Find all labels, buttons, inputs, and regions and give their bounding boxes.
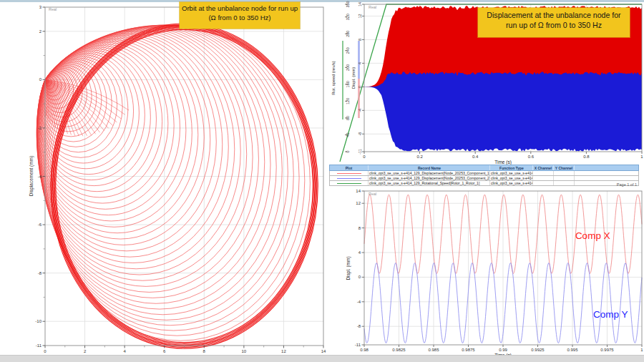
svg-text:Displ. (mm): Displ. (mm) (351, 67, 356, 89)
svg-text:120: 120 (346, 98, 350, 104)
svg-text:0: 0 (358, 86, 362, 88)
svg-text:8: 8 (358, 226, 361, 230)
orbit-annotation-line1: Orbit at the unbalance node for run up (180, 4, 300, 14)
steady-state-waveform-plot[interactable]: 1412840-4-8-110.980.98250.9850.98750.990… (329, 188, 644, 362)
svg-text:3: 3 (39, 5, 42, 9)
svg-text:0: 0 (39, 77, 42, 82)
svg-text:0.98: 0.98 (360, 348, 369, 352)
orbit-plot[interactable]: 02468101214320-2-4-6-8-10-11RealDisplace… (0, 0, 329, 358)
series-label-comp-y: Comp Y (593, 309, 628, 320)
svg-text:0.99: 0.99 (499, 348, 507, 352)
svg-text:320: 320 (346, 14, 350, 20)
orbit-curve (36, 24, 318, 348)
legend-header-record: Record Name (369, 165, 490, 170)
rotspeed-line-sample (337, 183, 361, 184)
legend-row-compy[interactable]: clink_opt3_se_use_s-e414_129_Displacemen… (329, 176, 639, 181)
svg-text:80: 80 (346, 116, 350, 120)
svg-text:0.6: 0.6 (528, 155, 535, 159)
svg-text:-8: -8 (357, 324, 361, 328)
svg-text:0.8: 0.8 (583, 155, 590, 159)
svg-text:12: 12 (358, 14, 362, 18)
svg-text:0: 0 (358, 275, 361, 279)
svg-text:2: 2 (84, 349, 87, 353)
legend-header-ychannel: Y Channel (554, 165, 575, 170)
svg-text:1: 1 (640, 348, 643, 352)
svg-text:-11: -11 (358, 149, 362, 155)
record-name: clink_opt3_se_use_s-e414_129_Displacemen… (369, 171, 490, 175)
svg-text:0.9825: 0.9825 (392, 348, 406, 352)
svg-text:14: 14 (356, 189, 361, 193)
svg-text:240: 240 (346, 47, 350, 54)
svg-text:0.9925: 0.9925 (531, 348, 545, 352)
comp-y-envelope (364, 72, 642, 151)
svg-text:4: 4 (358, 250, 361, 255)
svg-text:-6: -6 (38, 222, 42, 227)
orbit-annotation[interactable]: Orbit at the unbalance node for run up (… (180, 2, 300, 29)
svg-text:Rot. speed (rev/s): Rot. speed (rev/s) (331, 61, 336, 95)
function-type: clink_opt3_se_use_s-e414_129 (490, 176, 533, 180)
legend-header-row: Plot Record Name Function Type X Channel… (329, 165, 639, 171)
svg-text:2: 2 (39, 29, 42, 34)
svg-text:280: 280 (346, 31, 350, 37)
svg-text:Real: Real (49, 7, 57, 11)
legend-header-filler (575, 165, 638, 170)
compx-line-sample (337, 173, 361, 174)
svg-text:0: 0 (44, 349, 47, 353)
series-label-comp-x: Comp X (575, 230, 610, 241)
legend-row-compx[interactable]: clink_opt3_se_use_s-e414_129_Displacemen… (329, 171, 639, 176)
orbit-annotation-line2: (Ω from 0 to 350 Hz) (180, 14, 300, 23)
svg-text:-11: -11 (36, 343, 42, 348)
svg-text:0.9975: 0.9975 (600, 348, 614, 352)
svg-text:-8: -8 (358, 132, 362, 136)
svg-text:0.985: 0.985 (428, 348, 439, 352)
svg-text:0.995: 0.995 (567, 348, 578, 352)
compy-line-sample (337, 178, 361, 179)
svg-text:4: 4 (123, 349, 126, 353)
svg-text:8: 8 (203, 349, 206, 353)
svg-text:0.4: 0.4 (472, 155, 479, 159)
svg-text:-4: -4 (358, 109, 362, 112)
svg-text:160: 160 (346, 81, 350, 87)
svg-text:-8: -8 (38, 271, 42, 275)
svg-text:6: 6 (163, 349, 166, 353)
page-indicator: Page 1 of 1 (458, 182, 637, 187)
svg-text:-10: -10 (35, 319, 42, 323)
svg-text:0: 0 (346, 150, 350, 152)
svg-text:40: 40 (346, 132, 350, 137)
svg-text:0.9875: 0.9875 (462, 348, 475, 352)
svg-text:14: 14 (358, 2, 362, 6)
svg-text:12: 12 (281, 349, 286, 353)
app-window: 02468101214320-2-4-6-8-10-11RealDisplace… (0, 0, 644, 362)
svg-text:Displ. (mm): Displ. (mm) (346, 256, 351, 280)
svg-text:8: 8 (358, 39, 362, 41)
legend-header-plot: Plot (330, 165, 369, 170)
svg-text:0: 0 (363, 155, 366, 159)
svg-text:-4: -4 (357, 300, 361, 304)
svg-text:200: 200 (346, 64, 350, 71)
svg-text:4: 4 (358, 62, 362, 64)
legend-header-xchannel: X Channel (533, 165, 554, 170)
record-name: clink_opt3_se_use_s-e414_129_Displacemen… (369, 176, 490, 180)
svg-text:1: 1 (640, 155, 643, 159)
displacement-annotation[interactable]: Displacement at the unbalance node for r… (478, 8, 630, 37)
window-bottom-edge (0, 355, 644, 362)
legend-header-function: Function Type (490, 165, 533, 170)
svg-text:-11: -11 (355, 343, 361, 347)
svg-text:-4: -4 (38, 175, 42, 179)
displacement-annotation-line1: Displacement at the unbalance node for (478, 11, 630, 21)
displacement-annotation-line2: run up of Ω from 0 to 350 Hz (478, 21, 630, 31)
function-type: clink_opt3_se_use_s-e414_129 (490, 171, 533, 175)
svg-text:12: 12 (356, 201, 361, 205)
svg-text:14: 14 (321, 349, 326, 353)
svg-text:-2: -2 (38, 126, 42, 130)
svg-text:350: 350 (346, 1, 350, 7)
svg-text:10: 10 (242, 349, 247, 353)
svg-text:Real: Real (369, 5, 376, 9)
svg-text:Real: Real (369, 192, 376, 196)
svg-text:0.2: 0.2 (416, 155, 423, 159)
svg-text:Displacement (mm): Displacement (mm) (29, 156, 34, 196)
